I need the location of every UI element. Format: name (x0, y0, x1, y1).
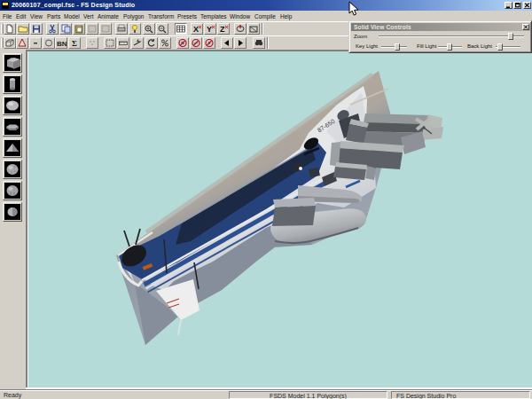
svg-text:Σ: Σ (72, 39, 77, 48)
svg-text:Z: Z (220, 25, 225, 34)
svg-text:Y: Y (207, 25, 212, 34)
svg-text:BN: BN (57, 40, 66, 48)
svg-text:X: X (193, 25, 199, 34)
